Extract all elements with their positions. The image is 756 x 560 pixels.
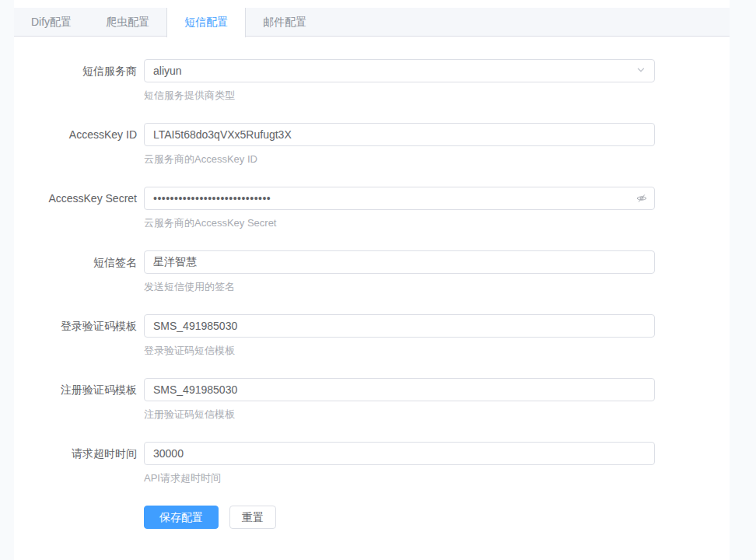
config-tab-bar: Dify配置 爬虫配置 短信配置 邮件配置 — [14, 8, 730, 37]
settings-card: Dify配置 爬虫配置 短信配置 邮件配置 短信服务商 aliyun 短信服务提… — [14, 0, 730, 560]
sms-signature-input[interactable] — [144, 250, 655, 274]
field-label: 登录验证码模板 — [14, 314, 144, 358]
field-label: 注册验证码模板 — [14, 378, 144, 422]
form-row: AccessKey ID 云服务商的AccessKey ID — [14, 123, 730, 166]
form-row: 短信签名 发送短信使用的签名 — [14, 250, 730, 294]
form-row: 登录验证码模板 登录验证码短信模板 — [14, 314, 730, 358]
field-help: 注册验证码短信模板 — [144, 408, 655, 422]
tab-crawler-config[interactable]: 爬虫配置 — [89, 8, 166, 37]
field-label: 短信签名 — [14, 250, 144, 294]
field-label: 请求超时时间 — [14, 442, 144, 485]
form-row: AccessKey Secret 云服务商的AccessKey Secret — [14, 187, 730, 230]
sms-config-form: 短信服务商 aliyun 短信服务提供商类型 AccessKey ID — [14, 37, 730, 529]
sms-provider-value: aliyun — [153, 65, 182, 77]
field-label: AccessKey Secret — [14, 187, 144, 230]
register-code-template-input[interactable] — [144, 378, 655, 401]
field-help: API请求超时时间 — [144, 471, 655, 485]
save-config-button[interactable]: 保存配置 — [144, 506, 219, 529]
login-code-template-input[interactable] — [144, 314, 655, 338]
tab-mail-config[interactable]: 邮件配置 — [246, 8, 324, 37]
chevron-down-icon — [636, 65, 646, 77]
field-help: 短信服务提供商类型 — [144, 89, 655, 103]
accesskey-id-input[interactable] — [144, 123, 655, 146]
form-row: 注册验证码模板 注册验证码短信模板 — [14, 378, 730, 422]
request-timeout-input[interactable] — [144, 442, 655, 465]
field-help: 发送短信使用的签名 — [144, 280, 655, 294]
sms-provider-select[interactable]: aliyun — [144, 59, 655, 82]
field-label: 短信服务商 — [14, 59, 144, 103]
form-actions: 保存配置 重置 — [144, 506, 730, 529]
form-row: 短信服务商 aliyun 短信服务提供商类型 — [14, 59, 730, 103]
field-help: 云服务商的AccessKey ID — [144, 152, 655, 166]
field-help: 云服务商的AccessKey Secret — [144, 216, 655, 230]
eye-invisible-icon[interactable] — [636, 193, 647, 204]
accesskey-secret-input[interactable] — [144, 187, 655, 210]
field-label: AccessKey ID — [14, 123, 144, 166]
reset-button[interactable]: 重置 — [229, 506, 276, 529]
tab-dify-config[interactable]: Dify配置 — [14, 8, 89, 37]
form-row: 请求超时时间 API请求超时时间 — [14, 442, 730, 485]
tab-sms-config[interactable]: 短信配置 — [166, 8, 246, 37]
field-help: 登录验证码短信模板 — [144, 344, 655, 358]
